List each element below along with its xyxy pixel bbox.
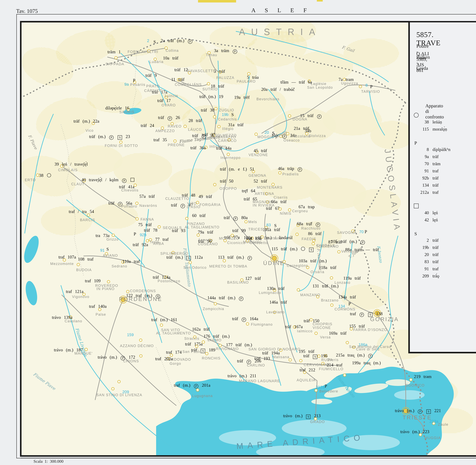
place-name: MANZANO [300, 293, 320, 297]
dialect-label: 67a trap [299, 204, 315, 209]
apparato-item-number: 91 [414, 266, 433, 271]
settlement-dot [139, 339, 142, 341]
place-name: FORNI AVOLTRI [128, 50, 158, 54]
reference-number: 2 [147, 38, 149, 43]
dialect-label: trávo (m.) 223 [400, 429, 429, 434]
settlement-dot [255, 133, 257, 136]
place-name: MONTENARS [257, 185, 282, 190]
place-name: Sedrano [112, 264, 127, 268]
apparato-group-symbol: S [414, 231, 451, 236]
place-name: Palse [96, 312, 106, 317]
place-name: Cergneu [292, 209, 308, 213]
place-name: BARCIS [80, 218, 95, 222]
dialect-label: trāf (m.) P S 23 [89, 134, 130, 140]
settlement-dot [146, 239, 149, 242]
dialect-label: 134a trāf [338, 295, 356, 299]
settlement-dot [312, 242, 314, 245]
place-name: Intissáns [209, 145, 226, 148]
place-name: ZUGLIO [219, 108, 234, 112]
place-name: San Páolo [182, 350, 202, 354]
dialect-label: 144a trāf (m.) P [207, 295, 244, 301]
dialect-label: trę̄f 64 [242, 188, 255, 193]
circle-symbol [414, 113, 419, 117]
place-name: San Leopoldo [307, 85, 333, 90]
apparato-item-number: 115 [414, 127, 433, 132]
apparato-item: 9atrāf [414, 154, 451, 159]
dialect-label: 146a trāf [270, 300, 287, 305]
place-name: CORDENONS [130, 289, 156, 293]
apparato-item-word: traf [433, 190, 439, 195]
dialect-label: trāf 12 [174, 67, 188, 72]
apparato-item-word: lęń [433, 217, 438, 222]
dialect-label: traf / tra 54 [69, 209, 94, 214]
place-name: Straccis [184, 337, 199, 341]
place-name: Chievolis [121, 188, 139, 192]
place-name: GORIZIA [370, 316, 399, 322]
place-name: RIVIGNANO [216, 347, 239, 351]
settlement-dot [410, 378, 412, 381]
dialect-label: traf 121a [66, 289, 84, 294]
place-name: Racchiuso [301, 226, 321, 230]
dialect-label: 177 trāf (m.) [226, 342, 252, 347]
dialect-label: 199a trau̯ (m.) [352, 360, 381, 365]
scale-label: Scala 1: 300.000 [33, 459, 64, 464]
place-name: Poffabro [121, 204, 137, 208]
dialect-label: trávo (m.) 211 [227, 373, 256, 378]
settlement-dot [185, 217, 188, 220]
apparato-item-word: trāf [433, 252, 439, 257]
apparato-item-number: 9a [414, 154, 433, 159]
place-name: Cedarchis [218, 117, 237, 121]
apparato-item-number: 209 [414, 274, 433, 278]
settlement-dot [160, 324, 163, 327]
circled-p-symbol: P [360, 240, 365, 244]
place-name: MÓGGIO [257, 135, 274, 139]
place-name: Pieris [328, 358, 339, 362]
apparato-item: 40lęń [414, 210, 451, 215]
reference-number: 159 [127, 333, 134, 337]
dialect-label: traf 35 [153, 137, 167, 142]
place-name: Luincis [165, 94, 178, 98]
place-name: IN PIANO [97, 287, 115, 291]
dialect-label: trāf P 26 [158, 115, 180, 121]
dialect-label: 103a trāf (m.) [299, 258, 327, 263]
dialect-label: trāf (m.) 22a [74, 119, 99, 124]
apparato-item-number: 91 [414, 168, 433, 173]
place-name: Gorgo [170, 361, 181, 366]
place-name: CLAUT [71, 182, 85, 186]
dialect-label: trāf 50 [220, 179, 233, 184]
place-name: Flumignano [251, 322, 273, 327]
dialect-label: 130a trāf [267, 286, 285, 291]
circled-p-symbol: P [360, 313, 364, 317]
dialect-label: 20a trāf / trabúč [261, 87, 295, 92]
apparato-item-word: trāf [433, 238, 439, 243]
apparato-item: 92btrāf [414, 176, 451, 180]
reference-number: 19b [222, 112, 228, 117]
apparato-item-word: trāf [433, 183, 439, 188]
settlement-dot [213, 116, 216, 118]
place-name: MORUZZO [219, 236, 239, 241]
place-name: MUGGIA [424, 436, 441, 440]
place-name: GRADO [310, 420, 325, 424]
apparato-item-number: 92b [414, 176, 433, 180]
place-name: VISCONE [313, 326, 331, 330]
place-name: AL TAGLIAMENTO [156, 331, 191, 335]
place-name: Tesis [150, 240, 159, 244]
place-name: Modoletto [243, 240, 261, 244]
place-name: AL TAGLIAMENTO [185, 225, 219, 229]
place-name: SEQUALS [163, 226, 182, 230]
apparato-item-number: 40 [414, 210, 433, 215]
settlement-dot [126, 290, 129, 293]
boxed-s-symbol: S [426, 409, 431, 414]
place-name: Cave di Selz [356, 347, 380, 351]
apparato-item-word: trā́ǫ [433, 274, 439, 278]
dialect-label: P [370, 84, 373, 89]
dialect-label: trāf (m. e f.) 51 [220, 167, 254, 172]
settlement-dot [189, 261, 192, 264]
dialect-label: 169a trāf [329, 331, 346, 336]
apparato-item: 209trā́ǫ [414, 274, 451, 278]
apparato-item-word: traf [433, 168, 439, 173]
circled-p-symbol: P [188, 39, 192, 44]
apparato-groups: 38leńáṇ115moralǫ́ṇP8díplpàlkʰn9atrāf70tr… [414, 113, 451, 287]
place-name: CIMOLAIS [58, 168, 78, 172]
place-name: Grizzo [107, 237, 119, 242]
